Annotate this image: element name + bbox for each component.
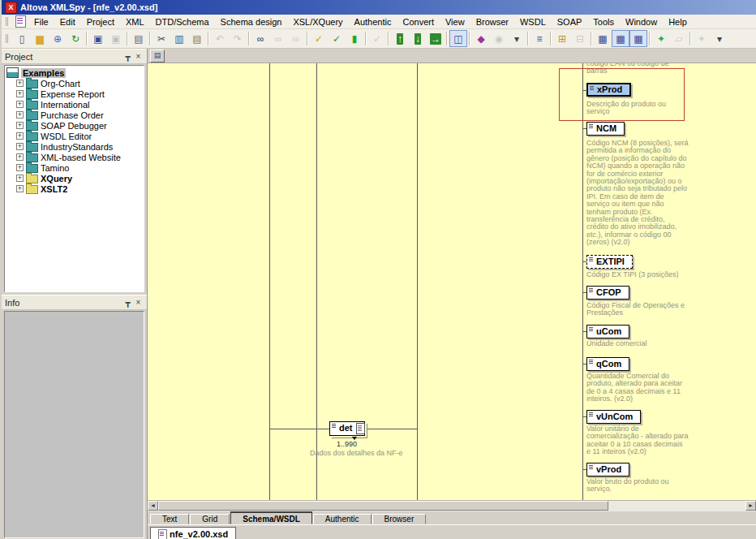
pin-icon[interactable]: ┳ [122,51,133,62]
toolbar-open-url-button[interactable]: ⊕ [49,30,67,47]
scrollbar-track[interactable] [608,501,745,511]
toolbar-add-child-element-button[interactable]: → [427,30,445,47]
toolbar-schema-settings-view-button[interactable]: ▦ [594,30,612,47]
toolbar-reload-file-button[interactable]: ↻ [67,30,84,47]
tree-item-org-chart[interactable]: +Org-Chart [6,78,144,88]
scroll-right-button[interactable]: ► [745,501,756,511]
expand-icon[interactable]: + [16,175,24,182]
toolbar-replace-button[interactable]: ∞ [287,30,305,47]
menu-item-browser[interactable]: Browser [470,16,514,28]
menu-item-soap[interactable]: SOAP [552,16,588,28]
tree-item-industrystandards[interactable]: +IndustryStandards [6,141,144,152]
view-tab-grid[interactable]: Grid [190,514,230,524]
expand-icon[interactable]: + [16,90,24,97]
toolbar-global-resources-button[interactable]: ✦ [693,30,711,47]
view-tab-text[interactable]: Text [150,514,189,524]
toolbar-split-panes-button[interactable]: ◫ [449,30,467,47]
expand-icon[interactable]: + [16,80,24,87]
toolbar-insert-element-button[interactable]: ↑ [391,30,409,47]
toolbar-save-all-button[interactable]: ▣ [107,30,125,47]
tree-item-tamino[interactable]: +Tamino [6,162,144,173]
display-all-globals-button[interactable]: ▤ [150,50,165,63]
expand-icon[interactable]: + [16,153,24,161]
toolbar-check-wellformed-button[interactable]: ✓ [310,30,328,47]
menu-item-edit[interactable]: Edit [54,16,81,28]
toolbar-assign-dtd-schema-button[interactable]: ▮ [346,30,363,47]
menu-item-authentic[interactable]: Authentic [349,16,397,28]
tree-item-soap-debugger[interactable]: +SOAP Debugger [6,120,144,131]
active-document-icon[interactable] [15,15,26,28]
expand-icon[interactable]: + [16,132,24,140]
expand-icon[interactable]: + [16,111,24,119]
toolbar-cut-button[interactable]: ✂ [152,30,170,47]
pin-icon[interactable]: ┳ [122,297,133,308]
toolbar-export-database-button[interactable]: ⊟ [571,30,589,47]
schema-element-ncm[interactable]: NCM [586,122,625,136]
toolbar-paste-button[interactable]: ▤ [188,30,206,47]
menu-item-wsdl[interactable]: WSDL [514,16,552,28]
schema-element-vuncom[interactable]: vUnCom [586,410,641,424]
menu-item-xml[interactable]: XML [120,16,150,28]
tree-item-wsdl-editor[interactable]: +WSDL Editor [6,131,144,141]
toolbar-undo-button[interactable]: ↶ [211,30,229,47]
expand-caret-icon[interactable] [352,437,357,440]
schema-design-canvas[interactable]: código EAN ou código de barras det 1..99… [148,63,756,500]
file-tab-nfe-v2-00-xsd[interactable]: nfe_v2.00.xsd [150,527,236,539]
menu-item-tools[interactable]: Tools [587,16,620,28]
menu-item-convert[interactable]: Convert [397,16,440,28]
toolbar-schema-display-config-button[interactable]: ▦ [612,30,629,47]
toolbar-pretty-print-button[interactable]: ≡ [530,30,548,47]
menu-item-project[interactable]: Project [81,16,120,28]
toolbar-database-query-button[interactable]: ◆ [472,30,490,47]
toolbar-database-connect-button[interactable]: ▱ [670,30,688,47]
toolbar-authentic-edit-button[interactable]: ✦ [652,30,670,47]
menu-item-window[interactable]: Window [620,16,663,28]
toolbar-open-file-button[interactable]: ▆ [31,30,49,47]
tree-item-international[interactable]: +International [6,99,144,110]
tree-item-xslt2[interactable]: +XSLT2 [6,183,144,194]
menu-item-xsl-xquery[interactable]: XSL/XQuery [287,16,348,28]
menu-item-dtd-schema[interactable]: DTD/Schema [150,16,215,28]
menu-item-file[interactable]: File [28,16,54,28]
horizontal-scrollbar[interactable]: ◄ ► [148,500,756,511]
menu-item-schema-design[interactable]: Schema design [215,16,288,28]
view-tab-authentic[interactable]: Authentic [313,514,372,524]
scrollbar-thumb[interactable] [158,501,608,511]
scroll-left-button[interactable]: ◄ [148,501,158,511]
schema-element-vprod[interactable]: vProd [586,463,629,476]
tree-item-xml-based-website[interactable]: +XML-based Website [6,152,144,162]
toolbar-grip[interactable] [6,34,11,43]
close-icon[interactable]: × [133,297,144,308]
schema-element-xprod[interactable]: xProd [586,83,631,97]
menubar-grip[interactable] [6,17,11,26]
expand-icon[interactable]: + [16,101,24,108]
toolbar-find-next-button[interactable]: ∞ [269,30,287,47]
expand-icon[interactable]: + [16,164,24,171]
expand-icon[interactable]: + [16,143,24,150]
expand-icon[interactable]: + [16,185,24,192]
tree-item-xquery[interactable]: +XQuery [6,173,144,183]
toolbar-new-file-button[interactable]: ▯ [13,30,31,47]
schema-element-qcom[interactable]: qCom [586,357,629,371]
toolbar-redo-button[interactable]: ↷ [229,30,247,47]
toolbar-find-button[interactable]: ∞ [251,30,269,47]
toolbar-toolbar-overflow-1-button[interactable]: ▾ [508,30,526,47]
toolbar-append-element-button[interactable]: ↓ [409,30,427,47]
menu-item-help[interactable]: Help [663,16,693,28]
schema-element-extipi[interactable]: EXTIPI [586,255,633,269]
toolbar-import-database-button[interactable]: ⊞ [553,30,571,47]
toolbar-print-button[interactable]: ▤ [130,30,148,47]
toolbar-validate-button[interactable]: ✓ [328,30,346,47]
tree-item-purchase-order[interactable]: +Purchase Order [6,110,144,120]
close-icon[interactable]: × [133,51,144,62]
tree-item-examples[interactable]: Examples [6,67,144,78]
menu-item-view[interactable]: View [440,16,470,28]
view-tab-schema-wsdl[interactable]: Schema/WSDL [230,511,312,524]
view-tab-browser[interactable]: Browser [372,514,427,524]
toolbar-schema-doc-generate-button[interactable]: ▦ [629,30,647,47]
toolbar-toolbar-overflow-2-button[interactable]: ▾ [711,30,728,47]
tree-item-expense-report[interactable]: +Expense Report [6,88,144,99]
toolbar-copy-button[interactable]: ▥ [170,30,188,47]
expand-icon[interactable]: + [16,122,24,129]
toolbar-browser-preview-button[interactable]: ◉ [490,30,508,47]
